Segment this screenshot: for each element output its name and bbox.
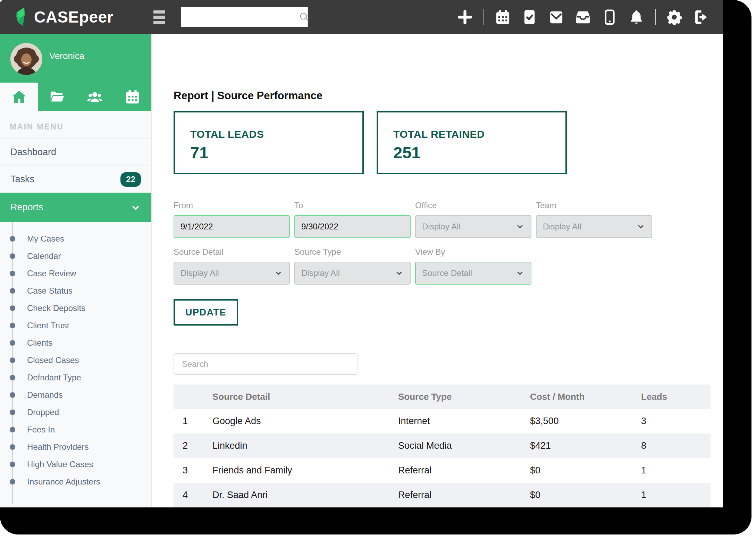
calendar-icon[interactable] bbox=[495, 9, 511, 25]
folder-icon bbox=[49, 89, 65, 105]
from-field: From bbox=[174, 201, 290, 238]
submenu-item-clients[interactable]: Clients bbox=[0, 334, 151, 352]
search-icon[interactable] bbox=[299, 11, 310, 23]
sidebar-item-reports[interactable]: Reports bbox=[0, 193, 151, 222]
chevron-down-icon bbox=[515, 222, 524, 231]
main-menu-label: MAIN MENU bbox=[0, 111, 151, 138]
phone-icon[interactable] bbox=[602, 9, 618, 25]
topbar-actions bbox=[457, 9, 709, 25]
table-row: 1 Google Ads Internet $3,500 3 bbox=[174, 409, 711, 433]
submenu-item-dropped[interactable]: Dropped bbox=[0, 404, 151, 421]
col-leads: Leads bbox=[640, 385, 711, 409]
global-search-input[interactable] bbox=[181, 7, 299, 27]
tasks-label: Tasks bbox=[10, 174, 34, 185]
submenu-item-closed-cases[interactable]: Closed Cases bbox=[0, 352, 151, 369]
view-by-select[interactable]: Source Detail bbox=[415, 262, 531, 285]
app-window: CASEpeer bbox=[0, 0, 723, 507]
page-title: Report | Source Performance bbox=[174, 90, 711, 102]
cases-tab[interactable] bbox=[38, 83, 76, 111]
sign-out-icon[interactable] bbox=[693, 9, 709, 25]
source-detail-label: Source Detail bbox=[174, 247, 290, 257]
topbar-separator bbox=[484, 9, 484, 25]
table-search-input[interactable] bbox=[174, 353, 358, 375]
submenu-item-health-providers[interactable]: Health Providers bbox=[0, 438, 151, 456]
from-date-input[interactable] bbox=[174, 215, 290, 238]
gear-icon[interactable] bbox=[666, 9, 682, 25]
submenu-item-insurance-adjusters[interactable]: Insurance Adjusters bbox=[0, 473, 151, 490]
team-field: Team Display All bbox=[536, 201, 652, 238]
dashboard-label: Dashboard bbox=[10, 147, 56, 158]
mail-icon[interactable] bbox=[548, 9, 564, 25]
users-icon bbox=[87, 89, 103, 105]
chevron-down-icon bbox=[515, 269, 524, 278]
office-field: Office Display All bbox=[415, 201, 531, 238]
inbox-icon[interactable] bbox=[575, 9, 591, 25]
filters-row-1: From To Office Display All bbox=[174, 201, 711, 238]
bell-icon[interactable] bbox=[628, 9, 645, 25]
table-row: 4 Dr. Saad Anri Referral $0 1 bbox=[174, 483, 711, 507]
brand-name: CASEpeer bbox=[34, 8, 114, 26]
submenu-item-defndant-type[interactable]: Defndant Type bbox=[0, 369, 151, 386]
source-type-select[interactable]: Display All bbox=[294, 262, 411, 285]
chevron-down-icon bbox=[274, 269, 283, 278]
hamburger-menu-icon[interactable] bbox=[153, 10, 165, 24]
submenu-item-client-trust[interactable]: Client Trust bbox=[0, 317, 151, 334]
view-by-label: View By bbox=[415, 247, 531, 257]
submenu-item-fees-in[interactable]: Fees In bbox=[0, 421, 151, 438]
global-search bbox=[181, 7, 308, 27]
window-body: Veronica bbox=[0, 34, 723, 507]
total-leads-value: 71 bbox=[190, 143, 362, 162]
sidebar-item-tasks[interactable]: Tasks 22 bbox=[0, 166, 151, 193]
submenu-item-case-status[interactable]: Case Status bbox=[0, 282, 151, 300]
casepeer-logo[interactable]: CASEpeer bbox=[15, 7, 114, 27]
submenu-item-high-value-cases[interactable]: High Value Cases bbox=[0, 456, 151, 473]
total-leads-card: TOTAL LEADS 71 bbox=[174, 111, 364, 174]
source-performance-table: Source Detail Source Type Cost / Month L… bbox=[174, 385, 711, 507]
total-retained-label: TOTAL RETAINED bbox=[393, 128, 565, 140]
table-row: 3 Friends and Family Referral $0 1 bbox=[174, 458, 711, 483]
chevron-down-icon bbox=[395, 269, 404, 278]
calendar-tab[interactable] bbox=[114, 83, 151, 111]
avatar[interactable] bbox=[10, 43, 42, 75]
submenu-item-demands[interactable]: Demands bbox=[0, 386, 151, 404]
sidebar-header: Veronica bbox=[0, 34, 151, 111]
total-leads-label: TOTAL LEADS bbox=[190, 128, 362, 140]
from-label: From bbox=[174, 201, 290, 210]
contacts-tab[interactable] bbox=[76, 83, 114, 111]
col-source-detail: Source Detail bbox=[212, 385, 397, 409]
filters-row-2: Source Detail Display All Source Type Di… bbox=[174, 247, 711, 285]
total-retained-card: TOTAL RETAINED 251 bbox=[377, 111, 567, 174]
to-label: To bbox=[294, 201, 411, 210]
table-header-row: Source Detail Source Type Cost / Month L… bbox=[174, 385, 711, 409]
chevron-down-icon bbox=[636, 222, 645, 231]
submenu-item-my-cases[interactable]: My Cases bbox=[0, 230, 151, 247]
col-cost-month: Cost / Month bbox=[529, 385, 640, 409]
plus-icon[interactable] bbox=[457, 9, 473, 25]
submenu-item-case-review[interactable]: Case Review bbox=[0, 265, 151, 282]
team-label: Team bbox=[536, 201, 652, 210]
sidebar-tabs bbox=[0, 83, 151, 111]
to-field: To bbox=[294, 201, 411, 238]
chevron-down-icon bbox=[131, 202, 141, 213]
total-retained-value: 251 bbox=[393, 143, 565, 162]
office-select[interactable]: Display All bbox=[415, 215, 531, 238]
topbar: CASEpeer bbox=[0, 0, 723, 34]
reports-submenu: My Cases Calendar Case Review Case Statu… bbox=[0, 222, 151, 507]
submenu-item-check-deposits[interactable]: Check Deposits bbox=[0, 300, 151, 317]
home-tab[interactable] bbox=[0, 83, 38, 111]
gem-logo-icon bbox=[15, 7, 30, 27]
team-select[interactable]: Display All bbox=[536, 215, 652, 238]
screenshot-stage: CASEpeer bbox=[0, 0, 756, 539]
to-date-input[interactable] bbox=[294, 215, 411, 238]
office-label: Office bbox=[415, 201, 531, 210]
submenu-item-calendar[interactable]: Calendar bbox=[0, 247, 151, 265]
source-detail-select[interactable]: Display All bbox=[174, 262, 290, 285]
sidebar-item-dashboard[interactable]: Dashboard bbox=[0, 138, 151, 166]
tasks-count-badge: 22 bbox=[120, 172, 141, 187]
col-source-type: Source Type bbox=[397, 385, 529, 409]
view-by-field: View By Source Detail bbox=[415, 247, 531, 285]
update-button[interactable]: UPDATE bbox=[174, 299, 238, 326]
topbar-separator bbox=[655, 9, 656, 25]
source-detail-field: Source Detail Display All bbox=[174, 247, 290, 285]
task-check-icon[interactable] bbox=[521, 9, 538, 25]
